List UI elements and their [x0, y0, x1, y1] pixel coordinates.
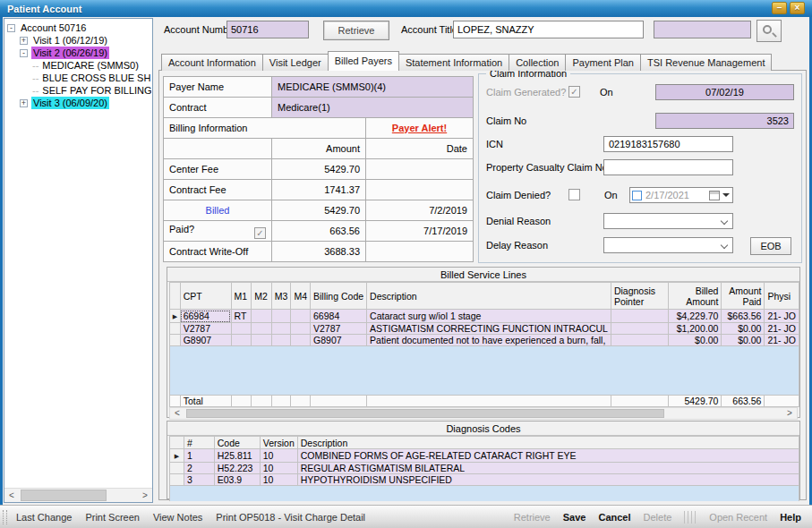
print-screen-button[interactable]: Print Screen	[85, 512, 140, 523]
tab-collection[interactable]: Collection	[509, 54, 566, 71]
delay-reason-select[interactable]	[603, 237, 733, 253]
col-num[interactable]: #	[184, 437, 214, 449]
account-number-input[interactable]	[227, 21, 309, 38]
help-button[interactable]: Help	[780, 512, 801, 523]
col-diagnosis-pointer[interactable]: Diagnosis Pointer	[611, 283, 668, 310]
col-billed-amount[interactable]: Billed Amount	[669, 283, 722, 310]
tree-node-label[interactable]: MEDICARE (SMMS0)	[40, 59, 141, 72]
tree-node-medicare[interactable]: -- MEDICARE (SMMS0)	[32, 59, 151, 72]
col-description[interactable]: Description	[367, 283, 611, 310]
print-visit-charge-detail-button[interactable]: Print OP5018 - Visit Charge Detail	[216, 512, 365, 523]
scroll-right-icon[interactable]: >	[782, 408, 797, 419]
row-selector[interactable]: ▶	[170, 449, 184, 463]
tree-node-bluecross[interactable]: -- BLUE CROSS BLUE SH	[32, 72, 151, 84]
col-amount-paid[interactable]: Amount Paid	[722, 283, 765, 310]
row-selector[interactable]: ▶	[170, 310, 181, 323]
tab-tsi-revenue-management[interactable]: TSI Revenue Management	[640, 54, 772, 71]
collapse-icon[interactable]: -	[20, 49, 28, 57]
dropdown-arrow-icon[interactable]	[722, 193, 730, 197]
table-row[interactable]: G8907 G8907 Patient documented not to ha…	[170, 335, 799, 346]
tree-node-visit1[interactable]: + Visit 1 (06/12/19)	[20, 34, 151, 47]
col-code[interactable]: Code	[214, 437, 260, 449]
tree-node-label[interactable]: Visit 3 (06/09/20)	[31, 97, 109, 109]
tab-statement-information[interactable]: Statement Information	[398, 54, 509, 71]
date-enable-checkbox[interactable]	[632, 191, 642, 200]
scroll-left-icon[interactable]: <	[170, 408, 184, 419]
service-lines-horizontal-scrollbar[interactable]: < >	[169, 407, 798, 420]
claim-denied-checkbox[interactable]	[568, 189, 580, 200]
claim-generated-on-label: On	[600, 83, 613, 101]
table-row[interactable]: 3 E03.9 10 HYPOTHYROIDISM UNSPECIFIED	[170, 474, 799, 486]
row-selector[interactable]	[170, 335, 181, 346]
last-change-button[interactable]: Last Change	[16, 512, 72, 523]
col-billing-code[interactable]: Billing Code	[311, 283, 367, 310]
scrollbar-track[interactable]	[19, 489, 138, 502]
total-label: Total	[180, 396, 231, 407]
tree-horizontal-scrollbar[interactable]: < >	[4, 488, 152, 502]
property-casualty-input[interactable]	[603, 159, 733, 175]
account-title-input[interactable]	[453, 21, 644, 38]
tree-node-selfpay[interactable]: -- SELF PAY FOR BILLING	[32, 84, 151, 97]
eob-button[interactable]: EOB	[750, 237, 791, 255]
tab-payment-plan[interactable]: Payment Plan	[565, 54, 640, 71]
col-m2[interactable]: M2	[252, 283, 271, 310]
cell-m1	[231, 323, 252, 335]
window-content: - Account 50716 + Visit 1 (06/12/19) - V…	[3, 17, 809, 505]
tab-billed-payers[interactable]: Billed Payers	[328, 51, 399, 71]
tree-node-visit2[interactable]: - Visit 2 (06/26/19)	[20, 47, 151, 59]
table-row: Center Fee 5429.70	[164, 159, 474, 180]
row-arrow-icon: ▶	[173, 313, 177, 319]
col-m1[interactable]: M1	[231, 283, 252, 310]
table-row[interactable]: ▶ 1 H25.811 10 COMBINED FORMS OF AGE-REL…	[170, 449, 799, 463]
row-selector[interactable]	[170, 323, 181, 335]
tree-node-label[interactable]: SELF PAY FOR BILLING	[40, 84, 151, 97]
col-description[interactable]: Description	[297, 437, 799, 449]
cancel-button[interactable]: Cancel	[598, 512, 630, 523]
table-row[interactable]: 2 H52.223 10 REGULAR ASTIGMATISM BILATER…	[170, 463, 799, 474]
col-version[interactable]: Version	[260, 437, 297, 449]
table-row: Payer Name MEDICARE (SMMS0)(4)	[164, 77, 474, 98]
tree-node-account[interactable]: - Account 50716	[7, 21, 151, 34]
scroll-left-icon[interactable]: <	[4, 489, 19, 502]
tree-node-label[interactable]: Account 50716	[19, 21, 88, 34]
paid-checkbox[interactable]: ✓	[254, 227, 266, 239]
search-button[interactable]	[756, 20, 782, 42]
expand-icon[interactable]: +	[20, 99, 28, 107]
billed-link[interactable]: Billed	[169, 205, 266, 216]
denial-reason-select[interactable]	[603, 213, 733, 229]
row-selector[interactable]	[170, 463, 184, 474]
tab-account-information[interactable]: Account Information	[161, 54, 263, 71]
row-selector[interactable]	[170, 474, 184, 486]
scroll-right-icon[interactable]: >	[138, 489, 152, 502]
tree-node-label-selected[interactable]: Visit 2 (06/26/19)	[31, 47, 109, 59]
cell-version: 10	[260, 463, 297, 474]
col-cpt[interactable]: CPT	[180, 283, 231, 310]
view-notes-button[interactable]: View Notes	[153, 512, 202, 523]
minimize-button[interactable]: –	[772, 2, 787, 14]
scrollbar-thumb[interactable]	[186, 409, 664, 418]
close-button[interactable]: ×	[790, 2, 805, 14]
scrollbar-thumb[interactable]	[21, 490, 107, 501]
scrollbar-track[interactable]	[184, 408, 782, 419]
expand-icon[interactable]: +	[20, 37, 28, 45]
payer-alert-link[interactable]: Payer Alert!	[372, 123, 467, 133]
table-row[interactable]: ▶ 66984 RT 66984 Cataract surg w/iol 1 s…	[170, 310, 799, 323]
tree-node-label[interactable]: BLUE CROSS BLUE SH	[40, 72, 151, 84]
titlebar[interactable]: Patient Account – ×	[0, 0, 812, 17]
table-row[interactable]: V2787 V2787 ASTIGMATISM CORRECTING FUNCT…	[170, 323, 799, 335]
icn-input[interactable]	[603, 136, 733, 152]
tree-node-label[interactable]: Visit 1 (06/12/19)	[31, 34, 109, 47]
aux-lookup-field[interactable]	[654, 21, 751, 38]
col-physician[interactable]: Physi	[765, 283, 799, 310]
cell-version: 10	[260, 474, 297, 486]
col-m3[interactable]: M3	[271, 283, 291, 310]
cell-m1: RT	[231, 310, 252, 323]
collapse-icon[interactable]: -	[7, 24, 15, 32]
save-button[interactable]: Save	[563, 512, 586, 523]
col-m4[interactable]: M4	[291, 283, 311, 310]
row-selector	[170, 396, 181, 407]
tab-visit-ledger[interactable]: Visit Ledger	[262, 54, 329, 71]
retrieve-button[interactable]: Retrieve	[323, 21, 389, 40]
tree-node-visit3[interactable]: + Visit 3 (06/09/20)	[20, 97, 151, 109]
claim-denied-date-picker[interactable]: 2/17/2021	[629, 187, 733, 203]
